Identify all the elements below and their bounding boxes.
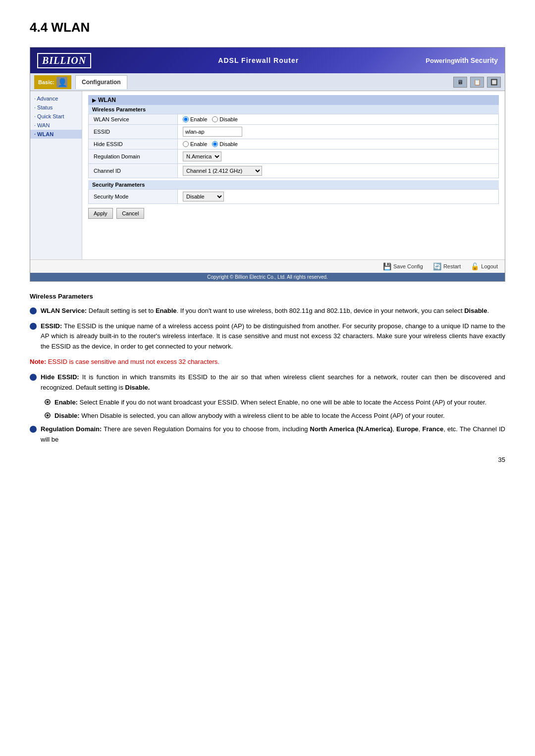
value-channel: Channel 1 (2.412 GHz) Channel 2 (2.417 G… [178,164,499,178]
restart-action[interactable]: 🔄 Restart [433,262,461,270]
router-frame: BILLION ADSL Firewall Router Poweringwit… [30,47,505,282]
sub-bullet-dot-enable [45,399,51,405]
wireless-params-header: Wireless Parameters [88,105,499,114]
hide-essid-radio-group: Enable Disable [183,141,493,147]
label-regulation: Regulation Domain [89,150,178,164]
router-main: · Advance · Status · Quick Start · WAN ·… [30,91,505,259]
sidebar-item-quickstart[interactable]: · Quick Start [30,112,82,121]
powering-text: Poweringwith Security [426,56,498,64]
disable-sub-bold: Disable: [54,412,80,419]
hide-essid-enable-label[interactable]: Enable [183,141,207,147]
note-bold: Note: [30,358,46,365]
enable-bold: Enable [156,307,177,314]
hide-essid-disable-radio[interactable] [212,141,218,147]
value-security-mode: Disable WEP WPA-PSK WPA2-PSK [178,190,499,204]
apply-button[interactable]: Apply [88,208,113,219]
namerica-bold: North America (N.America) [310,425,393,433]
header-right: Poweringwith Security [426,56,498,64]
security-config-table: Security Mode Disable WEP WPA-PSK WPA2-P… [88,189,499,204]
enable-sub-bullet: Enable: Select Enable if you do not want… [45,398,505,408]
bullet-dot-essid [30,323,37,330]
value-hide-essid: Enable Disable [178,139,499,150]
wlan-disable-radio[interactable] [212,116,218,122]
sidebar-item-status[interactable]: · Status [30,103,82,112]
table-row-essid: ESSID [89,125,499,139]
wlan-disable-label[interactable]: Disable [212,116,238,122]
regulation-bold: Regulation Domain: [41,425,102,433]
logout-icon: 🔓 [471,262,479,270]
nav-icon-3: 🔲 [487,77,501,88]
sidebar-item-wan[interactable]: · WAN [30,121,82,130]
save-config-icon: 💾 [383,262,391,270]
billion-logo: BILLION [37,53,91,68]
bullet-dot-hide-essid [30,374,37,381]
sidebar: · Advance · Status · Quick Start · WAN ·… [30,91,82,259]
router-footer: 💾 Save Config 🔄 Restart 🔓 Logout [30,259,505,273]
table-row-security-mode: Security Mode Disable WEP WPA-PSK WPA2-P… [89,190,499,204]
essid-input[interactable] [183,127,242,137]
sub-bullet-dot-disable [45,412,51,418]
label-hide-essid: Hide ESSID [89,139,178,150]
body-content: Wireless Parameters WLAN Service: Defaul… [30,292,505,465]
label-security-mode: Security Mode [89,190,178,204]
sidebar-item-advance[interactable]: · Advance [30,94,82,103]
essid-note: Note: ESSID is case sensitive and must n… [30,357,505,367]
header-center: ADSL Firewall Router [218,56,299,64]
label-channel: Channel ID [89,164,178,178]
security-mode-select[interactable]: Disable WEP WPA-PSK WPA2-PSK [183,192,224,202]
bullet-dot-regulation [30,426,37,433]
channel-id-select[interactable]: Channel 1 (2.412 GHz) Channel 2 (2.417 G… [183,166,262,176]
action-buttons: Apply Cancel [88,208,499,219]
hide-essid-content: Hide ESSID: It is function in which tran… [41,372,505,393]
bullet-dot-wlan [30,307,37,314]
security-params-header: Security Parameters [88,180,499,189]
wlan-enable-label[interactable]: Enable [183,116,207,122]
wlan-service-content: WLAN Service: Default setting is set to … [41,306,505,316]
value-wlan-service: Enable Disable [178,114,499,125]
nav-icon-1: 🖥 [453,77,467,88]
sidebar-item-wlan[interactable]: · WLAN [30,130,82,139]
wlan-service-para: WLAN Service: Default setting is set to … [30,306,505,316]
label-wlan-service: WLAN Service [89,114,178,125]
config-table: WLAN Service Enable Disable ES [88,114,499,178]
config-tab[interactable]: Configuration [75,75,127,89]
hide-essid-bold: Hide ESSID: [41,373,79,381]
essid-bold: ESSID: [41,322,62,330]
table-row-channel: Channel ID Channel 1 (2.412 GHz) Channel… [89,164,499,178]
disable-sub-content: Disable: When Disable is selected, you c… [54,411,505,421]
page-title: 4.4 WLAN [30,20,505,35]
wireless-params-label: Wireless Parameters [30,292,505,302]
wlan-enable-radio[interactable] [183,116,189,122]
essid-para: ESSID: The ESSID is the unique name of a… [30,321,505,352]
nav-right-icons: 🖥 📋 🔲 [453,77,501,88]
regulation-domain-select[interactable]: N.America Europe France Japan Spain Isra… [183,151,221,161]
router-nav: Basic: Configuration 🖥 📋 🔲 [30,73,505,91]
disable-sub-bullet: Disable: When Disable is selected, you c… [45,411,505,421]
section-header-wlan: ▶ WLAN [88,95,499,105]
enable-sub-content: Enable: Select Enable if you do not want… [54,398,505,408]
page-number: 35 [30,455,505,465]
hide-essid-disable-label[interactable]: Disable [212,141,238,147]
table-row-regulation: Regulation Domain N.America Europe Franc… [89,150,499,164]
disable-default-bold: Disable. [125,384,150,391]
hide-essid-enable-radio[interactable] [183,141,189,147]
europe-bold: Europe [396,425,419,433]
router-header: BILLION ADSL Firewall Router Poweringwit… [30,48,505,73]
value-regulation: N.America Europe France Japan Spain Isra… [178,150,499,164]
hide-essid-para: Hide ESSID: It is function in which tran… [30,372,505,393]
save-config-action[interactable]: 💾 Save Config [383,262,423,270]
table-row-wlan-service: WLAN Service Enable Disable [89,114,499,125]
content-pane: ▶ WLAN Wireless Parameters WLAN Service … [82,91,505,259]
regulation-content: Regulation Domain: There are seven Regul… [41,424,505,445]
enable-sub-bold: Enable: [54,399,78,406]
logout-action[interactable]: 🔓 Logout [471,262,498,270]
value-essid [178,125,499,139]
wlan-service-bold: WLAN Service: [41,307,87,314]
table-row-hide-essid: Hide ESSID Enable Disable [89,139,499,150]
avatar [56,77,67,88]
essid-content: ESSID: The ESSID is the unique name of a… [41,321,505,352]
label-essid: ESSID [89,125,178,139]
cancel-button[interactable]: Cancel [116,208,144,219]
france-bold: France [423,425,444,433]
disable-bold: Disable [464,307,487,314]
